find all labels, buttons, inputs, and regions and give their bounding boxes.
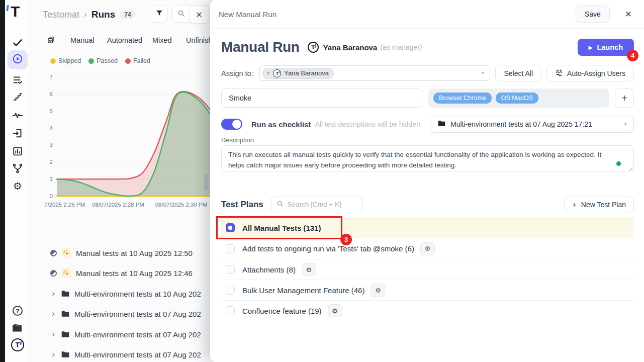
checkbox-unchecked[interactable] [226, 265, 235, 274]
sidebar-item-settings[interactable]: ⚙ [11, 179, 25, 193]
run-list-item[interactable]: › Multi-environment tests at 07 Aug 202 [50, 307, 201, 320]
sidebar-item-tests[interactable] [11, 36, 25, 50]
tag-os-macos[interactable]: OS:MacOS [496, 93, 538, 104]
annotation-badge-4: 4 [627, 50, 638, 61]
x-tick-label: 7/2025 2:25 PM [44, 202, 85, 208]
chevron-down-icon: ▼ [623, 122, 627, 127]
sidebar-item-projects[interactable] [11, 321, 25, 335]
svg-text:3: 3 [50, 142, 53, 148]
test-plans-search-input[interactable] [288, 201, 353, 208]
test-plans-search[interactable] [271, 197, 363, 212]
testomat-app: T ⚙ ? [0, 0, 644, 362]
sidebar-item-help[interactable]: ? [11, 304, 25, 318]
scrollbar-thumb[interactable] [204, 174, 208, 190]
assignee-tag[interactable]: × T Yana Baranova [262, 68, 334, 79]
run-list-item[interactable]: Manual tests at 10 Aug 2025 12:46 [50, 266, 193, 280]
plan-settings-button[interactable]: ⚙ [302, 263, 316, 276]
branch-icon [12, 163, 23, 174]
save-button[interactable]: Save [576, 6, 610, 23]
test-plan-row[interactable]: Bulk User Management Feature (46) ⚙ [221, 280, 634, 300]
checkbox-checked[interactable] [226, 223, 235, 232]
failed-dot [125, 58, 131, 64]
test-plan-row[interactable]: Add tests to ongoing run via 'Tests' tab… [221, 238, 634, 259]
assignee-name: Yana Baranova [284, 69, 329, 77]
sidebar-item-activity[interactable] [11, 108, 25, 122]
testomat-logo[interactable]: T [11, 4, 20, 19]
modal-title: New Manual Run [219, 10, 277, 19]
sidebar-item-test-plans[interactable] [11, 73, 25, 87]
sidebar-item-runs[interactable] [8, 50, 28, 69]
test-plan-row[interactable]: Attachments (8) ⚙ [221, 259, 634, 280]
sidebar-user-avatar[interactable]: T [11, 338, 25, 352]
assignee-select[interactable]: × T Yana Baranova ▼ [259, 65, 491, 81]
chevron-right-icon[interactable]: › [50, 329, 56, 339]
list-check-icon [12, 74, 23, 85]
tab-mixed[interactable]: Mixed [152, 36, 172, 44]
test-plan-row[interactable]: Confluence feature (19) ⚙ [221, 300, 634, 321]
run-list-item[interactable]: › Multi-environment tests at 10 Aug 202 [50, 287, 201, 300]
tab-unfinished[interactable]: Unfinished [186, 36, 210, 44]
search-icon [277, 200, 284, 209]
sidebar-item-branches[interactable] [11, 161, 25, 175]
parent-folder-select[interactable]: Multi-environment tests at 07 Aug 2025 1… [431, 116, 634, 133]
assign-row: Assign to: × T Yana Baranova ▼ Select Al… [221, 65, 634, 81]
folder-icon [437, 120, 446, 129]
folder-icon [61, 290, 70, 298]
breadcrumb-workspace[interactable]: Testomat [43, 10, 79, 20]
run-name-input[interactable] [221, 88, 422, 108]
run-list-item[interactable]: › Multi-environment tests at 07 Aug 202 [50, 328, 201, 341]
gear-icon: ⚙ [332, 307, 338, 315]
sidebar: T ⚙ ? [5, 0, 30, 362]
select-all-button[interactable]: Select All [495, 65, 541, 81]
checkbox-unchecked[interactable] [226, 286, 235, 295]
runs-search[interactable]: ✕ [172, 6, 210, 23]
description-textarea[interactable]: This run executes all manual tests quick… [221, 145, 634, 171]
close-icon[interactable]: ✕ [625, 9, 632, 20]
select-runs-icon[interactable] [47, 36, 55, 46]
filter-button[interactable] [151, 6, 168, 23]
test-plan-label: Add tests to ongoing run via 'Tests' tab… [242, 244, 414, 253]
legend-label: Passed [97, 57, 118, 64]
add-tag-button[interactable]: + [615, 88, 634, 108]
test-plan-label: All Manual Tests (131) [242, 224, 321, 232]
clear-search-button[interactable]: ✕ [189, 6, 209, 24]
launch-button[interactable]: ▶ Launch [578, 39, 634, 56]
x-tick-label: 08/07/2025 2:30 PM [155, 202, 208, 208]
sidebar-item-import[interactable] [11, 126, 25, 140]
annotation-badge-3: 3 [340, 234, 352, 245]
remove-assignee-icon[interactable]: × [266, 69, 270, 77]
plan-settings-button[interactable]: ⚙ [371, 284, 385, 297]
tab-manual[interactable]: Manual [70, 36, 95, 44]
tag-browser-chrome[interactable]: Browser:Chrome [433, 93, 492, 104]
folder-icon [61, 350, 70, 358]
manual-run-icon [61, 268, 71, 278]
help-icon: ? [13, 306, 23, 316]
test-plan-label: Bulk User Management Feature (46) [242, 286, 364, 295]
tab-automated[interactable]: Automated [107, 36, 142, 44]
run-list-item[interactable]: › Multi-environment tests at 07 Aug 202 [50, 348, 201, 361]
new-test-plan-button[interactable]: + New Test Plan [564, 197, 634, 212]
runs-count-badge: 74 [120, 10, 135, 19]
assignee-avatar: T [273, 69, 281, 77]
chart-legend: Skipped Passed Failed [50, 57, 150, 64]
test-plan-row-all-manual[interactable]: All Manual Tests (131) [221, 217, 634, 238]
sidebar-item-reports[interactable] [11, 144, 25, 158]
run-status-icon [50, 250, 57, 256]
svg-text:2: 2 [50, 159, 53, 165]
tags-box[interactable]: Browser:Chrome OS:MacOS [428, 88, 609, 108]
chevron-right-icon[interactable]: › [50, 289, 56, 299]
run-as-checklist-toggle[interactable] [221, 119, 242, 130]
run-list-item[interactable]: Manual tests at 10 Aug 2025 12:50 [50, 246, 193, 259]
checkbox-unchecked[interactable] [226, 306, 235, 315]
run-title: Multi-environment tests at 07 Aug 202 [74, 310, 201, 318]
sidebar-item-milestones[interactable] [11, 90, 25, 104]
checkbox-unchecked[interactable] [226, 244, 235, 253]
manager-name: Yana Baranova [323, 43, 378, 52]
chevron-right-icon[interactable]: › [50, 349, 56, 359]
plan-settings-button[interactable]: ⚙ [420, 242, 435, 255]
manager-avatar: T [308, 42, 319, 53]
plan-settings-button[interactable]: ⚙ [328, 304, 342, 317]
chevron-right-icon[interactable]: › [50, 309, 56, 319]
stairs-icon [13, 92, 23, 102]
auto-assign-button[interactable]: Auto-Assign Users [546, 65, 634, 81]
